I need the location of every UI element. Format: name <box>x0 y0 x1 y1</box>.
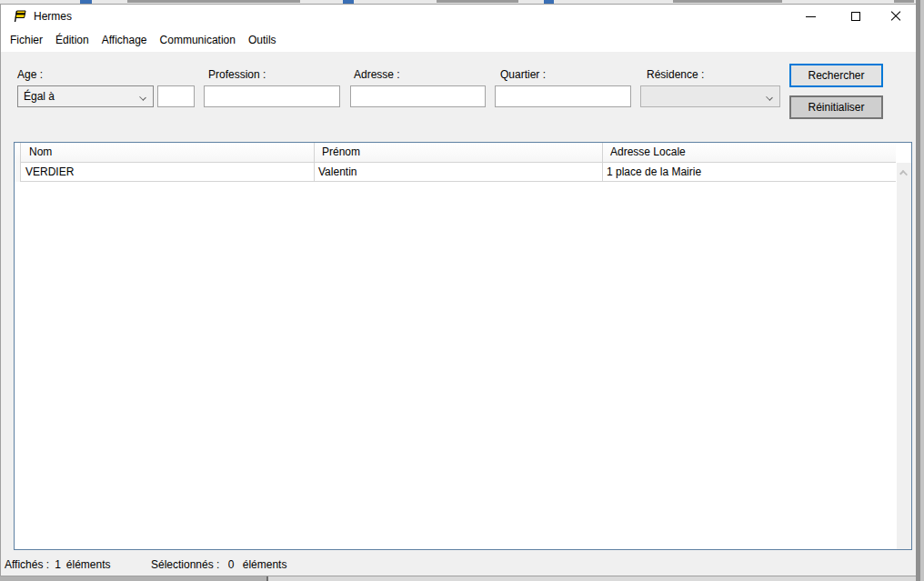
close-button[interactable] <box>876 5 917 28</box>
menu-edition[interactable]: Édition <box>55 31 89 49</box>
background-fragment <box>894 0 914 3</box>
profession-input[interactable] <box>204 85 340 107</box>
profession-label: Profession : <box>208 68 266 81</box>
chevron-down-icon <box>766 94 773 101</box>
displayed-label: Affichés : <box>5 558 49 571</box>
menu-outils[interactable]: Outils <box>248 31 276 49</box>
cell-adresse-locale[interactable]: 1 place de la Mairie <box>603 163 897 182</box>
row-header-corner <box>15 143 21 163</box>
selected-count: 0 <box>228 558 235 571</box>
age-label: Age : <box>17 68 43 81</box>
adresse-input[interactable] <box>350 85 486 107</box>
hermes-app-icon <box>13 9 27 24</box>
maximize-icon <box>851 12 860 21</box>
scroll-up-icon <box>899 170 908 178</box>
selected-unit: éléments <box>243 558 287 571</box>
residence-select[interactable] <box>640 85 780 107</box>
background-window-sliver-bottom <box>0 576 916 581</box>
table-row[interactable]: VERDIER Valentin 1 place de la Mairie <box>15 163 896 182</box>
menu-fichier[interactable]: Fichier <box>10 31 43 49</box>
menu-affichage[interactable]: Affichage <box>102 31 147 49</box>
scrollbar-corner <box>897 143 911 163</box>
displayed-count: 1 <box>55 558 61 571</box>
residence-label: Résidence : <box>647 68 704 81</box>
cell-prenom[interactable]: Valentin <box>315 163 603 182</box>
column-header-nom[interactable]: Nom <box>22 143 315 163</box>
titlebar: Hermes <box>1 5 916 28</box>
cell-nom[interactable]: VERDIER <box>22 163 315 182</box>
age-operator-value: Égal à <box>24 90 55 103</box>
menubar: Fichier Édition Affichage Communication … <box>1 28 916 52</box>
reinitialiser-button[interactable]: Réinitialiser <box>789 95 883 119</box>
chevron-down-icon <box>139 94 146 101</box>
background-fragment <box>127 0 300 3</box>
background-fragment <box>0 576 268 581</box>
row-header-cell[interactable] <box>15 163 21 182</box>
rechercher-button[interactable]: Rechercher <box>789 64 883 87</box>
adresse-label: Adresse : <box>354 68 400 81</box>
column-header-prenom[interactable]: Prénom <box>315 143 603 163</box>
statusbar: Affichés : 1 éléments Sélectionnés : 0 é… <box>1 554 916 576</box>
background-fragment <box>437 0 518 3</box>
selected-label: Sélectionnés : <box>151 558 219 571</box>
column-header-adresse-locale[interactable]: Adresse Locale <box>603 143 897 163</box>
hermes-window: Hermes Fichier Édition Affichage Communi… <box>0 4 916 576</box>
minimize-button[interactable] <box>790 5 831 28</box>
table-header-row: Nom Prénom Adresse Locale <box>15 143 896 163</box>
age-input[interactable] <box>157 85 195 107</box>
close-icon <box>890 11 901 22</box>
maximize-button[interactable] <box>836 5 877 28</box>
displayed-unit: éléments <box>66 558 111 571</box>
age-operator-select[interactable]: Égal à <box>17 85 154 107</box>
window-title: Hermes <box>34 10 72 23</box>
vertical-scrollbar[interactable] <box>897 163 911 549</box>
quartier-label: Quartier : <box>500 68 546 81</box>
minimize-icon <box>806 16 816 17</box>
results-table: Nom Prénom Adresse Locale VERDIER Valent… <box>14 142 912 550</box>
menu-communication[interactable]: Communication <box>160 31 236 49</box>
background-window-sliver-right <box>916 0 924 581</box>
quartier-input[interactable] <box>495 85 631 107</box>
background-fragment <box>673 0 782 3</box>
